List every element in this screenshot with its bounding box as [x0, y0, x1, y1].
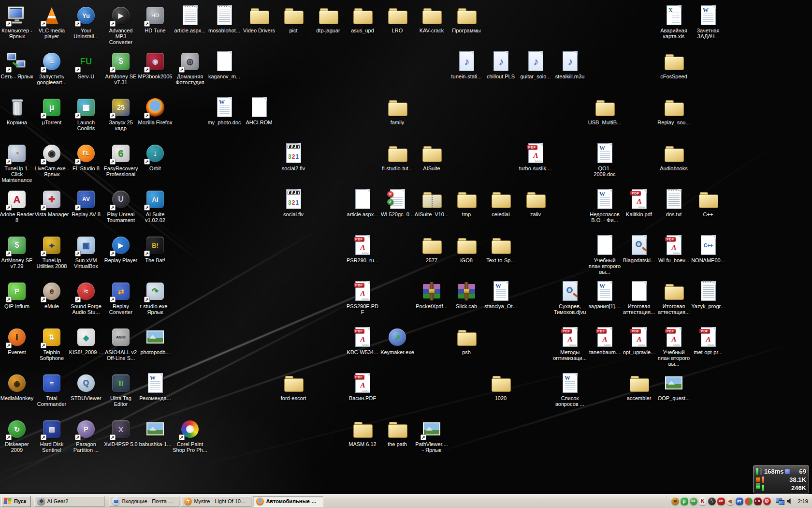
desktop-icon[interactable]: asus_upd	[345, 4, 380, 33]
desktop-icon[interactable]: photopodb...	[138, 326, 173, 355]
volume-tray-icon[interactable]	[787, 498, 793, 505]
desktop-icon[interactable]: pict	[276, 4, 311, 33]
lang-en-tray-icon[interactable]: En	[754, 497, 762, 505]
utorrent-tray-icon[interactable]: µ	[681, 497, 688, 505]
desktop-icon[interactable]: 1020	[483, 372, 518, 401]
desktop-icon[interactable]: ASIOASIO4ALL v2 Off-Line S...	[103, 326, 138, 361]
qip-tray-icon[interactable]	[745, 497, 753, 505]
desktop-icon[interactable]: ♪guitar_solo...	[518, 50, 553, 79]
desktop-icon[interactable]: C++	[691, 188, 725, 217]
desktop-icon[interactable]: ◔↗TuneUp 1-Click Maintenance	[0, 142, 34, 183]
desktop-icon[interactable]: FU↗Serv-U	[69, 50, 103, 79]
desktop-icon[interactable]: dns.txt	[656, 188, 691, 217]
desktop-icon[interactable]: FL↗FL Studio 8	[69, 142, 103, 171]
desktop-icon[interactable]: MASM 6.12	[345, 418, 380, 447]
desktop-icon[interactable]: celedial	[483, 188, 518, 217]
desktop-icon[interactable]: ↗Mozilla Firefox	[138, 96, 173, 125]
desktop-icon[interactable]: ✦↗TuneUp Utilities 2008	[34, 234, 69, 269]
desktop-icon[interactable]: Сухарев, Тимохов.djvu	[552, 280, 587, 315]
desktop-icon[interactable]: ≈↗Запустить googleeart...	[34, 50, 69, 85]
desktop-icon[interactable]: ✕✓WL520gc_0...	[380, 188, 415, 217]
desktop-icon[interactable]: U↗Play Unreal Tournament	[103, 188, 138, 223]
desktop-icon[interactable]: ↗Сеть - Ярлык	[0, 50, 34, 79]
desktop-icon[interactable]: PDFAAdobemet-opt-pr...	[691, 326, 725, 355]
desktop-icon[interactable]: ◎↗Домашняя Фотостудия	[173, 50, 207, 85]
desktop-icon[interactable]: Корзина	[0, 96, 34, 125]
desktop-icon[interactable]: ⇅↗Telphin Softphone	[34, 326, 69, 361]
desktop-icon[interactable]: ↗Keymaker.exe	[380, 326, 415, 355]
desktop-icon[interactable]: ↻↗Diskeeper 2009	[0, 418, 34, 453]
kaspersky-tray-icon[interactable]: K	[699, 497, 707, 505]
desktop-icon[interactable]: ◉↗MP3book2005	[138, 50, 173, 79]
desktop-icon[interactable]: Программы	[449, 4, 484, 33]
desktop-icon[interactable]: i↗Everest	[0, 326, 34, 355]
desktop-icon[interactable]: WQO1-2009.doc	[587, 142, 622, 177]
task-button-ai-gear2[interactable]: ✽AI Gear2	[34, 496, 104, 507]
desktop-icon[interactable]: 321social.flv	[276, 188, 311, 217]
emule-tray-icon[interactable]: NA	[690, 497, 697, 505]
desktop-icon[interactable]: ▶↗Replay Player	[103, 234, 138, 263]
ft-tray-icon[interactable]: FT	[736, 497, 743, 505]
desktop-icon[interactable]: HD↗HD Tune	[138, 4, 173, 33]
desktop-icon[interactable]: tmp	[449, 188, 484, 217]
power-tray-icon[interactable]: ϟ	[708, 497, 716, 505]
desktop-icon[interactable]: LRO	[380, 4, 415, 33]
desktop-icon[interactable]: B!↗The Bat!	[138, 234, 173, 263]
desktop-icon[interactable]: ♪tunein-stati...	[449, 50, 484, 79]
desktop-icon[interactable]: the path	[380, 418, 415, 447]
desktop-icon[interactable]: ↗Corel Paint Shop Pro Ph...	[173, 418, 207, 453]
task-button-media-player[interactable]: ϟMystre - Light Of 1000 A...	[181, 496, 251, 507]
desktop-icon[interactable]: mosoblohot...	[207, 4, 242, 33]
mediamonkey-tray-icon[interactable]: M	[671, 497, 679, 505]
desktop-icon[interactable]: X↗XviD4PSP 5.0	[103, 418, 138, 447]
desktop-icon[interactable]: Итоговая аттестация...	[622, 280, 656, 315]
desktop-icon[interactable]: Slick.cab	[449, 280, 484, 309]
desktop-icon[interactable]: accembler	[622, 372, 656, 401]
desktop-icon[interactable]: AHCI.ROM	[242, 96, 276, 125]
desktop-icon[interactable]: USB_MultiB...	[587, 96, 622, 125]
desktop-icon[interactable]: WЗачетная ЗАДАЧ...	[691, 4, 725, 39]
desktop-icon[interactable]: family	[380, 96, 415, 125]
desktop-icon[interactable]: PDFAAdobeМетоды оптимизаци...	[552, 326, 587, 361]
network-tray-icon[interactable]	[776, 498, 784, 505]
desktop-icon[interactable]: Audiobooks	[656, 142, 691, 171]
desktop-icon[interactable]: ↗VLC media player	[34, 4, 69, 39]
desktop-icon[interactable]: article.aspx...	[345, 188, 380, 217]
desktop-icon[interactable]: Wstanciya_Ot...	[483, 280, 518, 309]
desktop-icon[interactable]: |||Ultra Tag Editor	[103, 372, 138, 407]
desktop-icon[interactable]: ↓↗Orbit	[138, 142, 173, 171]
desktop-icon[interactable]: Wmy_photo.doc	[207, 96, 242, 125]
desktop-icon[interactable]: 321social2.flv	[276, 142, 311, 171]
desktop-icon[interactable]: µ↗µTorrent	[34, 96, 69, 125]
desktop-icon[interactable]: ↗Компьютер - Ярлык	[0, 4, 34, 39]
start-button[interactable]: Пуск	[1, 496, 31, 507]
desktop-icon[interactable]: PDFAAdobeWi-fu_boev...	[656, 234, 691, 263]
desktop-icon[interactable]: C++NONAME00...	[691, 234, 725, 263]
desktop-icon[interactable]: P↗Paragon Partition ...	[69, 418, 103, 453]
desktop-icon[interactable]: ▣↗Sun xVM VirtualBox	[69, 234, 103, 269]
desktop-icon[interactable]: Blagodatski...	[622, 234, 656, 263]
desktop-icon[interactable]: PocketXpdf...	[414, 280, 449, 309]
desktop-icon[interactable]: 25↗Запуск 25 кадр	[103, 96, 138, 131]
desktop-icon[interactable]: $↗ArtMoney SE v7.31	[103, 50, 138, 85]
desktop-icon[interactable]: AV↗Replay AV 8	[69, 188, 103, 217]
desktop-icon[interactable]: dtp-jaguar	[311, 4, 346, 33]
desktop-icon[interactable]: ▶↗Advanced MP3 Converter	[103, 4, 138, 45]
desktop-icon[interactable]: AI↗AI Suite v1.02.02	[138, 188, 173, 223]
desktop-icon[interactable]: PDFAAdobeВасин.PDF	[345, 372, 380, 401]
desktop-icon[interactable]: cFosSpeed	[656, 50, 691, 79]
desktop-icon[interactable]: Yu↗Your Uninstall...	[69, 4, 103, 39]
desktop-icon[interactable]: e↗eMule	[34, 280, 69, 309]
kis-block-tray-icon[interactable]: Ø	[763, 497, 771, 505]
desktop-icon[interactable]: Yazyk_progr...	[691, 280, 725, 309]
desktop-icon[interactable]: Учебный план второго вы...	[587, 234, 622, 275]
desktop-icon[interactable]: zaliv	[518, 188, 553, 217]
desktop-icon[interactable]: Replay_sou...	[656, 96, 691, 125]
desktop-icon[interactable]: Video Drivers	[242, 4, 276, 33]
desktop-icon[interactable]: ◉MediaMonkey	[0, 372, 34, 401]
desktop-icon[interactable]: article.aspx...	[173, 4, 207, 33]
desktop-icon[interactable]: PDFAAdobeturbo-suslik....	[518, 142, 553, 171]
desktop-icon[interactable]: QSTDUViewer	[69, 372, 103, 401]
desktop-icon[interactable]: P↗QIP Infium	[0, 280, 34, 309]
desktop-icon[interactable]: 2577	[414, 234, 449, 263]
